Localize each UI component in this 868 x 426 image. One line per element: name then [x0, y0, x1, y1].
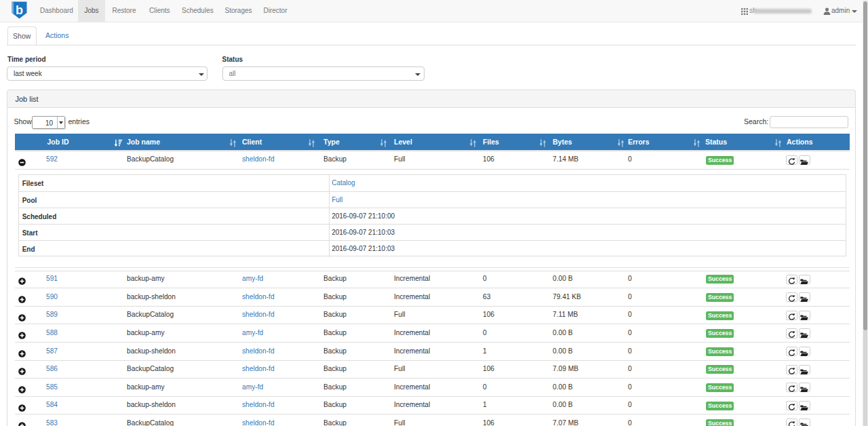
svg-text:b: b — [16, 3, 23, 17]
